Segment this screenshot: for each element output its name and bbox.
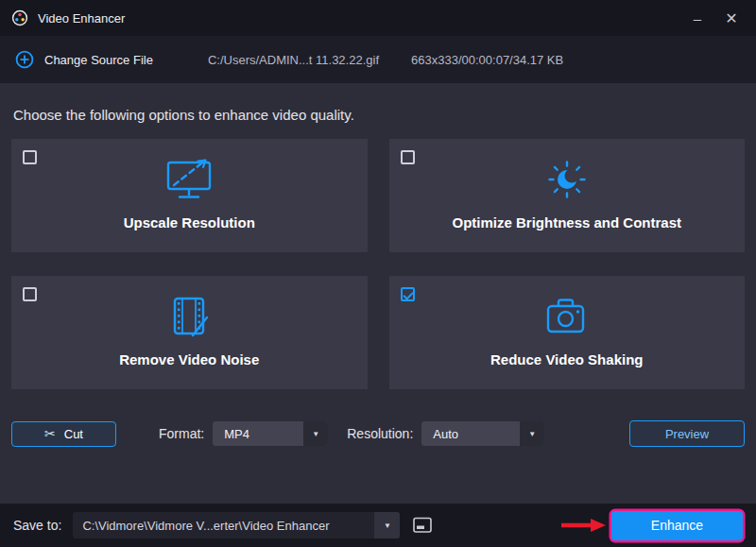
controls-row: ✂ Cut Format: MP4 ▼ Resolution: Auto ▼ P… bbox=[11, 420, 745, 447]
format-label: Format: bbox=[159, 426, 204, 441]
add-circle-icon bbox=[15, 50, 34, 69]
footer-bar: Save to: C:\Vidmore\Vidmore V...erter\Vi… bbox=[0, 504, 756, 547]
chevron-down-icon: ▼ bbox=[303, 421, 328, 446]
scissors-icon: ✂ bbox=[44, 426, 56, 441]
resolution-dropdown[interactable]: Auto ▼ bbox=[421, 421, 544, 446]
window-title: Video Enhancer bbox=[38, 11, 125, 26]
resolution-label: Resolution: bbox=[347, 426, 413, 441]
upscale-resolution-checkbox[interactable] bbox=[23, 150, 37, 164]
option-label: Optimize Brightness and Contrast bbox=[452, 214, 681, 231]
change-source-file-button[interactable]: Change Source File bbox=[15, 50, 153, 69]
cut-button[interactable]: ✂ Cut bbox=[11, 421, 116, 447]
option-label: Upscale Resolution bbox=[124, 214, 255, 231]
resolution-value: Auto bbox=[421, 427, 520, 441]
source-file-path: C:/Users/ADMIN...t 11.32.22.gif bbox=[208, 53, 379, 67]
app-reel-icon bbox=[11, 9, 28, 26]
change-source-label: Change Source File bbox=[44, 53, 153, 67]
main-panel: Choose the following options to enhance … bbox=[0, 83, 756, 504]
option-card-upscale-resolution[interactable]: Upscale Resolution bbox=[11, 139, 368, 252]
save-path-dropdown[interactable]: C:\Vidmore\Vidmore V...erter\Video Enhan… bbox=[73, 512, 400, 538]
brightness-contrast-icon bbox=[540, 152, 594, 207]
optimize-brightness-checkbox[interactable] bbox=[401, 150, 415, 164]
save-path-value: C:\Vidmore\Vidmore V...erter\Video Enhan… bbox=[73, 519, 374, 533]
option-card-remove-noise[interactable]: Remove Video Noise bbox=[11, 276, 368, 389]
upscale-monitor-icon bbox=[162, 152, 216, 207]
option-label: Remove Video Noise bbox=[119, 351, 259, 368]
page-title: Choose the following options to enhance … bbox=[13, 107, 743, 123]
minimize-button[interactable]: – bbox=[680, 5, 714, 31]
video-enhancer-window: Video Enhancer – ✕ Change Source File C:… bbox=[0, 0, 756, 547]
option-card-reduce-shaking[interactable]: Reduce Video Shaking bbox=[389, 276, 746, 389]
titlebar: Video Enhancer – ✕ bbox=[0, 0, 756, 36]
save-to-label: Save to: bbox=[13, 518, 61, 533]
open-output-folder-button[interactable] bbox=[407, 512, 438, 538]
format-dropdown[interactable]: MP4 ▼ bbox=[213, 421, 328, 446]
reduce-shaking-checkbox[interactable] bbox=[401, 287, 415, 301]
source-file-info: 663x333/00:00:07/34.17 KB bbox=[411, 53, 563, 67]
option-label: Reduce Video Shaking bbox=[490, 351, 643, 368]
close-button[interactable]: ✕ bbox=[714, 5, 748, 31]
annotation-red-arrow bbox=[559, 517, 607, 534]
preview-button[interactable]: Preview bbox=[629, 420, 745, 447]
browse-folder-icon bbox=[412, 516, 433, 535]
chevron-down-icon: ▼ bbox=[374, 512, 400, 538]
format-value: MP4 bbox=[213, 427, 303, 441]
option-card-optimize-brightness[interactable]: Optimize Brightness and Contrast bbox=[389, 139, 746, 252]
cut-label: Cut bbox=[64, 427, 83, 441]
options-grid: Upscale Resolution bbox=[11, 139, 745, 389]
enhance-button[interactable]: Enhance bbox=[611, 511, 743, 540]
film-noise-icon bbox=[162, 289, 216, 344]
remove-noise-checkbox[interactable] bbox=[23, 287, 37, 301]
source-bar: Change Source File C:/Users/ADMIN...t 11… bbox=[0, 36, 756, 83]
chevron-down-icon: ▼ bbox=[520, 421, 544, 446]
camera-stabilize-icon bbox=[540, 289, 594, 344]
